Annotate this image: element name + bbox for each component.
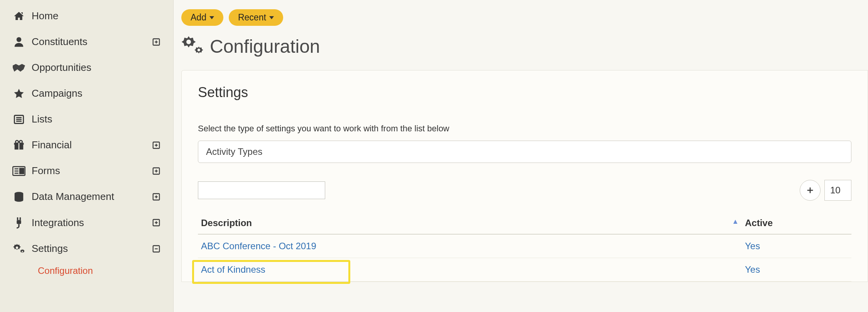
column-header-active[interactable]: Active bbox=[742, 212, 851, 234]
star-icon bbox=[10, 88, 28, 99]
recent-button[interactable]: Recent bbox=[229, 9, 283, 26]
sidebar: Home Constituents Opportunities Campaign… bbox=[0, 0, 174, 312]
page-size-value: 10 bbox=[830, 185, 841, 196]
settings-type-select[interactable]: Activity Types bbox=[198, 141, 851, 163]
instruction-text: Select the type of settings you want to … bbox=[198, 124, 851, 134]
column-header-description[interactable]: Description ▲ bbox=[198, 212, 742, 234]
sidebar-item-label: Integrations bbox=[28, 217, 149, 229]
sidebar-subitem-configuration[interactable]: Configuration bbox=[0, 262, 173, 276]
page-title: Configuration bbox=[210, 36, 320, 57]
plus-icon bbox=[806, 186, 814, 195]
sidebar-item-label: Home bbox=[28, 10, 164, 22]
search-input[interactable] bbox=[198, 181, 325, 199]
sidebar-item-data-management[interactable]: Data Management bbox=[0, 184, 173, 210]
recent-button-label: Recent bbox=[238, 12, 266, 23]
settings-table: Description ▲ Active ABC Conference - Oc… bbox=[198, 212, 851, 282]
person-icon bbox=[10, 36, 28, 48]
row-description-link[interactable]: Act of Kindness bbox=[201, 264, 265, 275]
row-active-value: Yes bbox=[745, 241, 760, 251]
caret-down-icon bbox=[209, 16, 214, 19]
panel-title: Settings bbox=[198, 84, 851, 101]
sidebar-item-label: Opportunities bbox=[28, 62, 164, 74]
sidebar-item-label: Campaigns bbox=[28, 87, 164, 99]
sidebar-item-label: Forms bbox=[28, 165, 149, 177]
svg-point-39 bbox=[186, 39, 191, 44]
sidebar-item-financial[interactable]: Financial bbox=[0, 132, 173, 158]
sidebar-item-label: Constituents bbox=[28, 36, 149, 48]
gears-icon bbox=[10, 243, 28, 255]
sidebar-item-integrations[interactable]: Integrations bbox=[0, 210, 173, 236]
settings-panel: Settings Select the type of settings you… bbox=[181, 70, 868, 282]
svg-point-40 bbox=[198, 49, 200, 51]
sidebar-item-campaigns[interactable]: Campaigns bbox=[0, 81, 173, 106]
gears-icon bbox=[181, 36, 204, 57]
svg-point-36 bbox=[22, 251, 23, 252]
add-button-label: Add bbox=[191, 12, 206, 23]
sidebar-item-constituents[interactable]: Constituents bbox=[0, 29, 173, 55]
add-button[interactable]: Add bbox=[181, 9, 223, 26]
sidebar-item-opportunities[interactable]: Opportunities bbox=[0, 55, 173, 81]
page-title-row: Configuration bbox=[181, 36, 868, 57]
sidebar-item-settings[interactable]: Settings bbox=[0, 236, 173, 262]
sidebar-item-forms[interactable]: Forms bbox=[0, 158, 173, 184]
svg-rect-10 bbox=[19, 143, 20, 149]
sidebar-item-home[interactable]: Home bbox=[0, 3, 173, 29]
svg-point-35 bbox=[16, 246, 18, 248]
main-content: Add Recent Configuration Settings Select… bbox=[174, 0, 868, 312]
sidebar-item-lists[interactable]: Lists bbox=[0, 106, 173, 132]
svg-point-0 bbox=[17, 37, 22, 42]
svg-point-12 bbox=[19, 140, 22, 143]
table-row: Act of Kindness Yes bbox=[198, 258, 851, 282]
page-size-select[interactable]: 10 bbox=[824, 180, 851, 201]
svg-point-11 bbox=[15, 140, 19, 143]
home-icon bbox=[10, 10, 28, 22]
sidebar-item-label: Lists bbox=[28, 113, 164, 125]
row-description-link[interactable]: ABC Conference - Oct 2019 bbox=[201, 241, 316, 251]
svg-rect-20 bbox=[20, 168, 24, 174]
toolbar-row: 10 bbox=[198, 180, 851, 201]
gift-icon bbox=[10, 139, 28, 151]
handshake-icon bbox=[10, 62, 28, 73]
expand-icon[interactable] bbox=[149, 165, 164, 177]
row-active-value: Yes bbox=[745, 264, 760, 275]
sidebar-item-label: Data Management bbox=[28, 191, 149, 203]
settings-type-value: Activity Types bbox=[206, 146, 262, 157]
expand-icon[interactable] bbox=[149, 36, 164, 48]
add-row-button[interactable] bbox=[800, 180, 821, 201]
form-icon bbox=[10, 166, 28, 176]
database-icon bbox=[10, 191, 28, 203]
expand-icon[interactable] bbox=[149, 191, 164, 203]
plug-icon bbox=[10, 216, 28, 229]
expand-icon[interactable] bbox=[149, 217, 164, 228]
sidebar-item-label: Settings bbox=[28, 243, 149, 255]
list-icon bbox=[10, 114, 28, 125]
collapse-icon[interactable] bbox=[149, 243, 164, 255]
caret-down-icon bbox=[269, 16, 274, 19]
sidebar-item-label: Financial bbox=[28, 139, 149, 151]
table-row: ABC Conference - Oct 2019 Yes bbox=[198, 234, 851, 258]
top-buttons: Add Recent bbox=[181, 9, 868, 26]
expand-icon[interactable] bbox=[149, 139, 164, 151]
svg-rect-28 bbox=[17, 220, 21, 224]
sort-asc-icon: ▲ bbox=[732, 218, 739, 226]
